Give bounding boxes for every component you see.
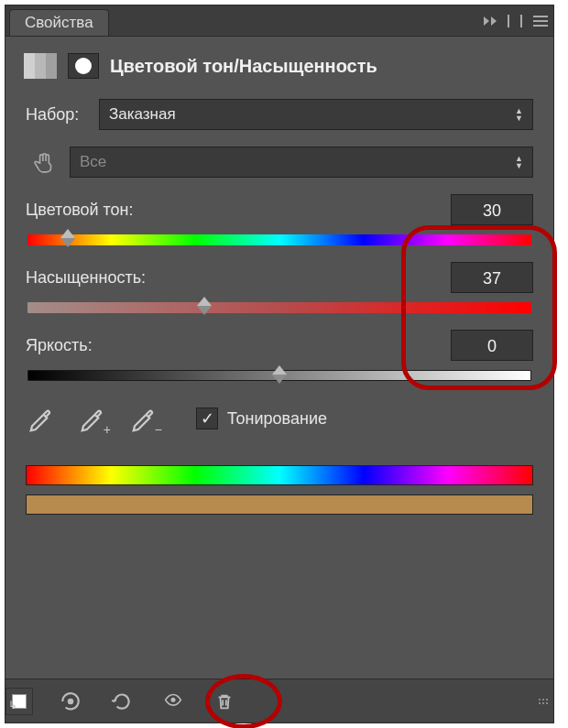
saturation-value-input[interactable]: 37 xyxy=(451,262,533,293)
tools-row: + − ✓ Тонирование xyxy=(26,403,533,434)
resize-grip-icon[interactable] xyxy=(539,699,548,704)
properties-panel: Свойства Цветовой тон/Насыщенность Набор… xyxy=(5,5,554,723)
saturation-slider-thumb[interactable] xyxy=(197,297,212,315)
lightness-value-input[interactable]: 0 xyxy=(451,330,533,361)
dropdown-chevrons-icon: ▲▼ xyxy=(515,107,523,122)
preset-row: Набор: Заказная ▲▼ xyxy=(26,99,533,130)
panel-menu-icon[interactable] xyxy=(533,16,548,27)
lightness-label: Яркость: xyxy=(26,336,93,355)
svg-point-1 xyxy=(171,697,176,701)
view-previous-state-icon[interactable] xyxy=(57,688,84,715)
lightness-slider-block: Яркость: 0 xyxy=(26,330,533,381)
hue-slider-thumb[interactable] xyxy=(60,229,75,247)
preset-select[interactable]: Заказная ▲▼ xyxy=(99,99,533,130)
clip-to-layer-button[interactable]: ↳ xyxy=(5,688,33,715)
preset-label: Набор: xyxy=(26,105,99,125)
lightness-slider-thumb[interactable] xyxy=(272,365,287,384)
channel-row: Все ▲▼ xyxy=(26,143,533,181)
adjustment-header: Цветовой тон/Насыщенность xyxy=(5,37,553,99)
divider xyxy=(520,15,522,27)
eyedropper-icon[interactable] xyxy=(26,403,57,434)
eyedropper-subtract-icon[interactable]: − xyxy=(128,403,159,434)
panel-bottom-bar: ↳ xyxy=(5,679,553,723)
svg-point-0 xyxy=(68,698,74,704)
channel-selected: Все xyxy=(80,153,106,171)
output-tone-bar xyxy=(26,494,533,515)
tab-label: Свойства xyxy=(25,14,93,32)
spectrum-preview xyxy=(26,465,533,515)
hue-value-input[interactable]: 30 xyxy=(451,194,533,225)
collapse-icon[interactable] xyxy=(484,16,497,26)
colorize-checkbox-icon[interactable]: ✓ xyxy=(196,407,218,429)
divider xyxy=(508,15,509,27)
preset-selected: Заказная xyxy=(109,105,176,124)
saturation-label: Насыщенность: xyxy=(26,268,146,288)
colorize-check[interactable]: ✓ Тонирование xyxy=(196,407,327,429)
panel-tabbar: Свойства xyxy=(5,5,553,37)
hue-sat-adjustment-icon xyxy=(24,53,57,79)
lightness-slider-track[interactable] xyxy=(27,370,531,381)
panel-content: Набор: Заказная ▲▼ Все ▲▼ Цветовой тон: … xyxy=(5,99,553,515)
tab-properties[interactable]: Свойства xyxy=(9,9,109,36)
channel-select[interactable]: Все ▲▼ xyxy=(70,147,533,178)
input-spectrum-bar xyxy=(26,465,533,485)
saturation-slider-track[interactable] xyxy=(27,302,531,313)
eyedropper-add-icon[interactable]: + xyxy=(77,403,108,434)
dropdown-chevrons-icon: ▲▼ xyxy=(515,155,523,169)
hue-label: Цветовой тон: xyxy=(26,201,134,220)
reset-icon[interactable] xyxy=(108,688,136,715)
toggle-visibility-icon[interactable] xyxy=(159,688,187,715)
panel-title: Цветовой тон/Насыщенность xyxy=(110,56,377,77)
layer-mask-icon[interactable] xyxy=(68,53,99,79)
saturation-slider-block: Насыщенность: 37 xyxy=(26,262,533,313)
hue-slider-block: Цветовой тон: 30 xyxy=(26,194,533,245)
colorize-label: Тонирование xyxy=(227,409,327,429)
targeted-adjustment-icon[interactable] xyxy=(26,143,64,181)
hue-slider-track[interactable] xyxy=(27,234,531,245)
delete-icon[interactable] xyxy=(211,688,238,715)
